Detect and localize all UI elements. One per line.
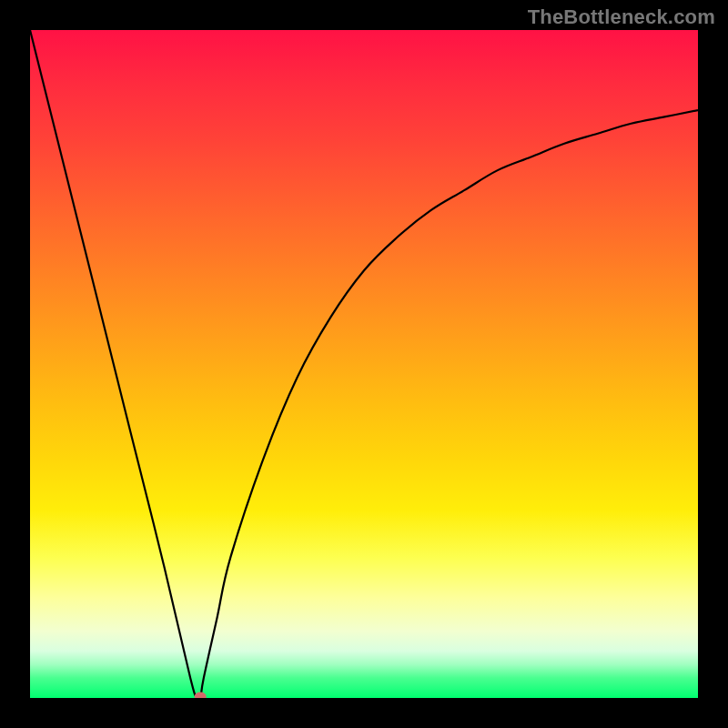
curve-svg xyxy=(30,30,698,698)
chart-frame: TheBottleneck.com xyxy=(0,0,728,728)
min-marker xyxy=(195,693,207,698)
watermark-text: TheBottleneck.com xyxy=(528,5,715,29)
bottleneck-curve xyxy=(30,30,698,698)
plot-area xyxy=(30,30,698,698)
